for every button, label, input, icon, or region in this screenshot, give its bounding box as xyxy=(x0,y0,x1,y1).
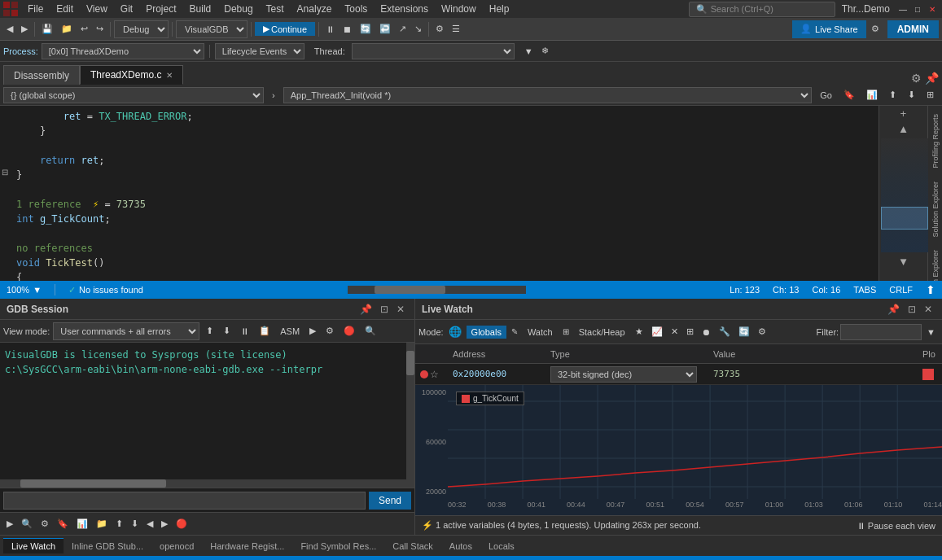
gdb-toolbar-btn-8[interactable]: 🔴 xyxy=(340,324,358,338)
save-button[interactable]: 💾 xyxy=(38,22,56,36)
menu-window[interactable]: Window xyxy=(435,2,483,16)
gdb-float-button[interactable]: ⊡ xyxy=(377,302,392,317)
lw-float-button[interactable]: ⊡ xyxy=(905,302,919,317)
visualgdb-dropdown[interactable]: VisualGDB xyxy=(176,20,248,38)
menu-project[interactable]: Project xyxy=(139,2,182,16)
gdb-hscrollbar[interactable] xyxy=(0,479,414,488)
debug-toolbar-btn-6[interactable]: ↘ xyxy=(411,22,425,36)
gdb-bottom-btn-4[interactable]: 🔖 xyxy=(54,517,72,531)
h-scrollbar-thumb[interactable] xyxy=(375,286,446,294)
menu-tools[interactable]: Tools xyxy=(338,2,374,16)
admin-button[interactable]: ADMIN xyxy=(887,20,939,38)
debug-toolbar-btn-3[interactable]: 🔄 xyxy=(357,22,375,36)
gdb-close-button[interactable]: ✕ xyxy=(393,302,408,317)
type-dropdown-1[interactable]: 32-bit signed (dec) xyxy=(550,366,697,383)
gdb-toolbar-btn-2[interactable]: ⬇ xyxy=(220,324,234,338)
menu-edit[interactable]: Edit xyxy=(50,2,80,16)
lw-chart-btn[interactable]: 📈 xyxy=(648,325,666,339)
sidebar-solution-tab[interactable]: Solution Explorer xyxy=(930,175,941,244)
gdb-hscrollbar-thumb[interactable] xyxy=(20,479,165,488)
gdb-toolbar-btn-3[interactable]: ⏸ xyxy=(237,325,252,338)
back-button[interactable]: ◀ xyxy=(3,22,16,36)
scope-dropdown[interactable]: {} (global scope) xyxy=(3,87,264,103)
lw-pin-button[interactable]: 📌 xyxy=(884,302,903,317)
close-button[interactable]: ✕ xyxy=(926,2,939,15)
thread-filter-btn[interactable]: ▼ xyxy=(521,44,537,58)
debug-toolbar-btn-4[interactable]: ↩️ xyxy=(376,22,394,36)
gdb-bottom-btn-5[interactable]: 📊 xyxy=(73,517,91,531)
gdb-bottom-btn-6[interactable]: 📁 xyxy=(93,517,111,531)
debug-toolbar-btn-5[interactable]: ↗ xyxy=(396,22,410,36)
maximize-button[interactable]: □ xyxy=(911,2,924,15)
watch-tab-btn[interactable]: Watch xyxy=(523,326,558,339)
gdb-pin-button[interactable]: 📌 xyxy=(357,302,375,317)
gdb-bottom-btn-3[interactable]: ⚙ xyxy=(37,517,52,531)
undo-button[interactable]: ↩ xyxy=(77,22,91,36)
forward-button[interactable]: ▶ xyxy=(18,22,31,36)
debug-toolbar-btn-7[interactable]: ⚙ xyxy=(432,22,447,36)
gdb-bottom-btn-2[interactable]: 🔍 xyxy=(18,517,36,531)
btab-openocd[interactable]: openocd xyxy=(151,539,202,553)
btab-autos[interactable]: Autos xyxy=(441,539,480,553)
thread-dropdown[interactable] xyxy=(352,43,515,59)
lw-grid-btn[interactable]: ⊞ xyxy=(683,325,697,339)
minimap-down[interactable]: ▼ xyxy=(879,254,927,269)
process-dropdown[interactable]: [0x0] ThreadXDemo xyxy=(42,43,204,59)
star-icon[interactable]: ☆ xyxy=(430,369,439,380)
filter-input[interactable] xyxy=(840,324,922,340)
gdb-vscrollbar-thumb[interactable] xyxy=(406,351,414,375)
gdb-toolbar-btn-6[interactable]: ▶ xyxy=(306,324,319,338)
editor-up-button[interactable]: ⬆ xyxy=(926,283,935,296)
gdb-toolbar-btn-4[interactable]: 📋 xyxy=(256,324,274,338)
go-button[interactable]: Go xyxy=(815,88,837,102)
minimap-up[interactable]: ▲ xyxy=(879,121,927,137)
lw-expand-btn[interactable]: ▼ xyxy=(923,326,939,339)
tab-threadxdemo[interactable]: ThreadXDemo.c ✕ xyxy=(80,65,183,85)
tab-close-icon[interactable]: ✕ xyxy=(166,71,173,80)
lw-refresh-btn[interactable]: 🔄 xyxy=(735,325,753,339)
continue-button[interactable]: ▶ Continue xyxy=(255,22,315,36)
menu-view[interactable]: View xyxy=(80,2,114,16)
thread-freeze-btn[interactable]: ❄ xyxy=(538,44,552,58)
gdb-bottom-btn-8[interactable]: ⬇ xyxy=(128,517,142,531)
tab-pin-button[interactable]: 📌 xyxy=(925,72,939,85)
btab-locals[interactable]: Locals xyxy=(480,539,523,553)
h-scrollbar[interactable] xyxy=(348,286,526,294)
expand-button[interactable]: ⊞ xyxy=(922,88,939,102)
nav-button[interactable]: ⬆ xyxy=(884,88,901,102)
gdb-bottom-btn-10[interactable]: ▶ xyxy=(158,517,171,531)
menu-help[interactable]: Help xyxy=(483,2,516,16)
tab-settings-button[interactable]: ⚙ xyxy=(911,72,922,85)
send-button[interactable]: Send xyxy=(369,492,411,510)
stack-heap-icon-btn[interactable]: ⊞ xyxy=(559,326,572,338)
globals-tab-btn[interactable]: Globals xyxy=(467,326,506,339)
gdb-command-input[interactable] xyxy=(3,492,366,510)
menu-debug[interactable]: Debug xyxy=(217,2,259,16)
redo-button[interactable]: ↪ xyxy=(93,22,107,36)
menu-extensions[interactable]: Extensions xyxy=(374,2,435,16)
btab-inline-gdb[interactable]: Inline GDB Stub... xyxy=(64,539,151,553)
debug-config-dropdown[interactable]: Debug xyxy=(114,20,169,38)
live-share-button[interactable]: 👤 Live Share xyxy=(792,20,866,38)
gdb-bottom-btn-1[interactable]: ▶ xyxy=(3,517,16,531)
debug-toolbar-btn-8[interactable]: ☰ xyxy=(449,22,463,36)
nav-down-button[interactable]: ⬇ xyxy=(903,88,920,102)
menu-git[interactable]: Git xyxy=(114,2,139,16)
gdb-toolbar-btn-1[interactable]: ⬆ xyxy=(203,324,217,338)
lw-close-button[interactable]: ✕ xyxy=(921,302,935,317)
gdb-bottom-btn-9[interactable]: ◀ xyxy=(143,517,156,531)
search-bar[interactable]: 🔍 Search (Ctrl+Q) xyxy=(689,2,835,17)
profile-button[interactable]: 📊 xyxy=(861,88,883,102)
sidebar-profiling-tab[interactable]: Profiling Reports xyxy=(930,107,941,175)
mode-dropdown[interactable]: User commands + all errors xyxy=(53,322,199,340)
gdb-toolbar-btn-5[interactable]: ASM xyxy=(277,325,303,338)
tab-disassembly[interactable]: Disassembly xyxy=(3,65,80,85)
btab-live-watch[interactable]: Live Watch xyxy=(3,538,64,553)
btab-call-stack[interactable]: Call Stack xyxy=(384,539,441,553)
lw-settings-btn[interactable]: ⚙ xyxy=(755,325,769,339)
gdb-toolbar-btn-7[interactable]: ⚙ xyxy=(322,324,337,338)
gdb-vscrollbar[interactable] xyxy=(406,343,414,479)
debug-toolbar-btn-2[interactable]: ⏹ xyxy=(340,23,355,36)
gdb-search-button[interactable]: 🔍 xyxy=(361,324,379,338)
lw-tools-btn[interactable]: 🔧 xyxy=(716,325,734,339)
